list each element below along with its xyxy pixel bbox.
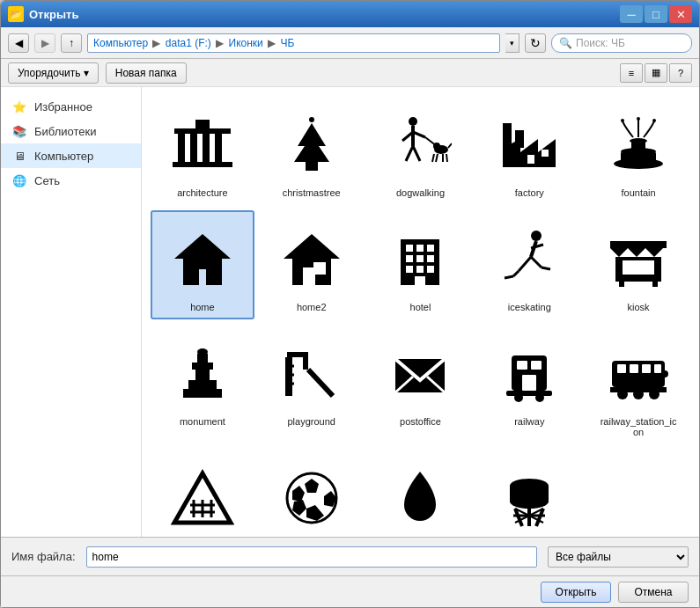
svg-point-89	[535, 393, 544, 402]
svg-line-21	[436, 154, 438, 162]
svg-rect-49	[406, 266, 413, 273]
file-item-fountain[interactable]: fountain	[586, 96, 690, 205]
refresh-button[interactable]: ↻	[525, 33, 546, 53]
file-item-hotel[interactable]: hotel	[369, 210, 473, 319]
hotel-icon	[380, 219, 460, 298]
view-list-button[interactable]: ≡	[620, 63, 643, 83]
sports-icon	[272, 458, 351, 537]
playground-label: playground	[287, 416, 335, 427]
file-item-christmastree[interactable]: christmastree	[260, 96, 364, 205]
up-button[interactable]: ↑	[61, 33, 82, 53]
railway-icon	[490, 333, 569, 413]
railway-station-icon	[599, 333, 678, 413]
svg-line-58	[542, 267, 550, 269]
svg-rect-29	[542, 150, 549, 157]
monument-label: monument	[180, 416, 225, 427]
sidebar-item-computer[interactable]: 🖥 Компьютер	[1, 143, 141, 168]
file-item-railwaycrossing[interactable]: railwaycrossing	[151, 450, 254, 537]
maximize-button[interactable]: □	[645, 5, 667, 23]
svg-marker-9	[294, 136, 329, 162]
fountain-icon	[599, 105, 678, 184]
forward-button[interactable]: ▶	[34, 33, 55, 53]
computer-icon: 🖥	[11, 148, 27, 164]
postoffice-icon	[380, 333, 460, 413]
svg-line-24	[448, 143, 452, 148]
address-path-box[interactable]: Компьютер ▶ data1 (F:) ▶ Иконки ▶ ЧБ	[87, 33, 500, 53]
home-label: home	[190, 302, 215, 312]
svg-line-60	[505, 276, 513, 278]
sidebar-item-favorites[interactable]: ⭐ Избранное	[1, 94, 141, 119]
railway-station-label: railway_station_icon	[601, 416, 677, 437]
action-bar: Открыть Отмена	[1, 575, 699, 607]
open-button[interactable]: Открыть	[541, 582, 611, 603]
svg-rect-1	[178, 134, 185, 162]
close-button[interactable]: ✕	[669, 5, 692, 23]
water-icon	[380, 458, 460, 537]
file-item-kiosk[interactable]: kiosk	[586, 210, 690, 319]
file-item-sports[interactable]: sports	[260, 450, 364, 537]
bottom-bar: Имя файла: Все файлы	[1, 537, 699, 575]
svg-line-20	[432, 154, 434, 162]
svg-rect-51	[427, 266, 434, 273]
filetype-select[interactable]: Все файлы	[548, 546, 689, 568]
svg-rect-91	[617, 364, 626, 373]
sidebar-item-libraries[interactable]: 📚 Библиотеки	[1, 119, 141, 143]
file-area: architecture christmastree	[142, 87, 699, 537]
file-item-dogwalking[interactable]: dogwalking	[369, 96, 473, 205]
address-dropdown[interactable]: ▾	[505, 33, 519, 53]
sidebar-item-network[interactable]: 🌐 Сеть	[1, 168, 141, 193]
file-item-monument[interactable]: monument	[151, 325, 254, 444]
file-item-waterpower[interactable]: waterpower	[477, 450, 581, 537]
libraries-icon: 📚	[11, 123, 27, 139]
iceskating-label: iceskating	[508, 302, 551, 312]
dogwalking-icon	[380, 105, 460, 184]
svg-rect-87	[506, 391, 552, 396]
back-button[interactable]: ◀	[8, 33, 29, 53]
railway-label: railway	[514, 416, 544, 427]
svg-rect-48	[427, 255, 434, 262]
sidebar-libraries-label: Библиотеки	[34, 125, 96, 138]
home-icon	[163, 219, 242, 298]
file-item-water[interactable]: water	[369, 450, 473, 537]
home2-icon	[272, 219, 351, 298]
file-item-railway-station[interactable]: railway_station_icon	[586, 325, 690, 444]
svg-line-23	[446, 154, 447, 162]
minimize-button[interactable]: ─	[620, 5, 643, 23]
svg-rect-86	[522, 375, 536, 391]
file-item-architecture[interactable]: architecture	[151, 96, 254, 205]
new-folder-button[interactable]: Новая папка	[106, 62, 187, 84]
svg-rect-4	[215, 134, 222, 162]
file-item-home[interactable]: home	[151, 210, 254, 319]
factory-label: factory	[515, 187, 544, 198]
organize-label: Упорядочить ▾	[18, 67, 89, 79]
svg-rect-66	[183, 389, 222, 398]
svg-point-19	[433, 143, 440, 150]
window-icon: 📂	[8, 6, 24, 22]
file-item-factory[interactable]: factory	[477, 96, 581, 205]
factory-icon	[490, 105, 569, 184]
file-item-playground[interactable]: playground	[260, 325, 364, 444]
architecture-label: architecture	[177, 187, 227, 198]
svg-rect-46	[406, 255, 413, 262]
svg-rect-41	[313, 262, 326, 275]
svg-marker-110	[292, 500, 306, 516]
svg-rect-10	[306, 162, 318, 171]
file-item-postoffice[interactable]: postoffice	[369, 325, 473, 444]
organize-button[interactable]: Упорядочить ▾	[8, 62, 99, 84]
file-item-railway[interactable]: railway	[477, 325, 581, 444]
file-item-iceskating[interactable]: iceskating	[477, 210, 581, 319]
svg-line-14	[413, 132, 425, 137]
sidebar: ⭐ Избранное 📚 Библиотеки 🖥 Компьютер 🌐 С…	[1, 87, 142, 537]
christmastree-icon	[272, 105, 351, 184]
file-item-home2[interactable]: home2	[260, 210, 364, 319]
address-bar: ◀ ▶ ↑ Компьютер ▶ data1 (F:) ▶ Иконки ▶ …	[1, 27, 699, 59]
filename-input[interactable]	[86, 546, 537, 568]
cancel-button[interactable]: Отмена	[618, 582, 689, 603]
svg-rect-45	[427, 245, 434, 252]
svg-rect-52	[415, 276, 425, 285]
view-icon-button[interactable]: ▦	[645, 63, 667, 83]
search-box[interactable]: 🔍 Поиск: ЧБ	[551, 33, 692, 53]
new-folder-label: Новая папка	[115, 67, 177, 79]
view-help-button[interactable]: ?	[669, 63, 692, 83]
svg-line-57	[531, 257, 542, 267]
